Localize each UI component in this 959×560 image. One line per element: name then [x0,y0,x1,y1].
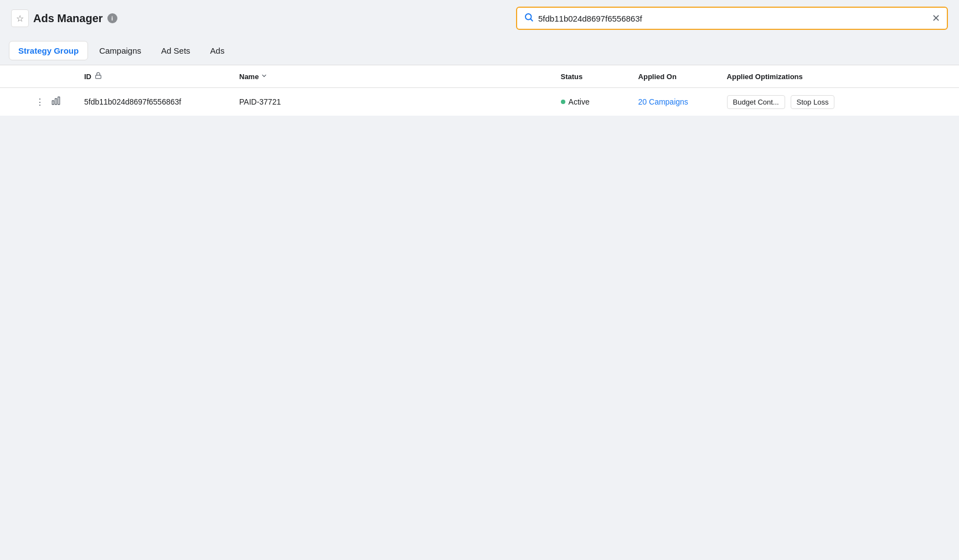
th-applied-optimizations: Applied Optimizations [718,65,959,88]
tab-strategy-group[interactable]: Strategy Group [9,41,88,60]
header: ☆ Ads Manager i ✕ [0,0,959,37]
tab-ad-sets[interactable]: Ad Sets [152,42,199,60]
header-left: ☆ Ads Manager i [11,9,117,27]
tab-campaigns[interactable]: Campaigns [90,42,150,60]
row-status-cell: Active [552,88,630,116]
row-chart-button[interactable] [49,95,63,109]
info-icon[interactable]: i [107,13,117,23]
search-input[interactable] [538,14,927,23]
app-title: Ads Manager [33,12,103,25]
nav-tabs: Strategy Group Campaigns Ad Sets Ads [0,37,959,65]
search-container: ✕ [516,7,948,30]
th-name: Name [230,65,552,88]
row-applied-on-cell: 20 Campaigns [630,88,718,116]
search-box: ✕ [516,7,948,30]
row-actions-cell: ⋮ [24,88,75,116]
row-id-cell: 5fdb11b024d8697f6556863f [75,88,230,116]
search-icon [524,12,534,24]
svg-rect-4 [55,98,57,105]
status-indicator: Active [561,97,621,106]
svg-rect-2 [96,75,101,79]
row-applied-optimizations-cell: Budget Cont... Stop Loss [718,88,959,116]
th-status: Status [552,65,630,88]
svg-rect-5 [58,97,60,105]
favorite-button[interactable]: ☆ [11,9,29,27]
data-table: ID Name [0,65,959,116]
row-checkbox-cell [0,88,24,116]
th-applied-on: Applied On [630,65,718,88]
th-checkbox [0,65,24,88]
search-clear-button[interactable]: ✕ [932,12,940,24]
svg-line-1 [530,19,532,20]
opt-badge-stop-loss[interactable]: Stop Loss [791,95,835,109]
applied-on-link[interactable]: 20 Campaigns [638,97,688,106]
tab-ads[interactable]: Ads [202,42,234,60]
row-name-cell: PAID-37721 [230,88,552,116]
row-actions: ⋮ [33,95,66,109]
row-more-options-button[interactable]: ⋮ [33,96,47,108]
th-id: ID [75,65,230,88]
table-header-row: ID Name [0,65,959,88]
lock-icon [95,72,102,81]
opt-badge-budget[interactable]: Budget Cont... [727,95,785,109]
th-actions [24,65,75,88]
svg-rect-3 [52,101,54,105]
table-container: ID Name [0,65,959,116]
status-dot [561,100,565,104]
sort-chevron-icon[interactable] [261,72,267,81]
table-row: ⋮ 5fdb11b024d8697f6556863f [0,88,959,116]
